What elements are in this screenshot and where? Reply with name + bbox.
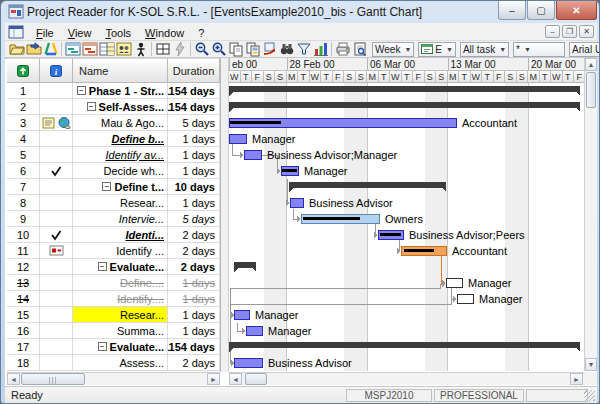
task-bar[interactable] xyxy=(234,310,249,319)
task-name-cell[interactable]: −Evaluate... xyxy=(73,339,168,355)
combo-alltask[interactable]: All task▼ xyxy=(460,42,509,57)
menu-item-window[interactable]: Window xyxy=(138,26,191,40)
scroll-right-button[interactable]: ► xyxy=(207,373,220,385)
task-name-cell[interactable]: Identify av... xyxy=(73,147,168,163)
duration-cell[interactable]: 1 days xyxy=(168,307,220,323)
menu-item-tools[interactable]: Tools xyxy=(98,26,138,40)
resize-grip[interactable] xyxy=(584,390,595,401)
task-name-cell[interactable]: Decide wh... xyxy=(73,163,168,179)
mdi-close-button[interactable]: ✕ xyxy=(579,25,594,38)
row-number[interactable]: 8 xyxy=(7,195,40,211)
menu-item-file[interactable]: File xyxy=(29,26,61,40)
task-bar[interactable] xyxy=(290,198,303,207)
menu-item-view[interactable]: View xyxy=(61,26,99,40)
layout-arrow-button[interactable] xyxy=(261,41,278,57)
combo-e[interactable]: E▼ xyxy=(418,42,456,57)
duration-cell[interactable]: 1154 days xyxy=(168,339,220,355)
duration-cell[interactable]: 1 days xyxy=(168,195,220,211)
scroll-down-button[interactable]: ▼ xyxy=(585,358,597,371)
mdi-minimize-button[interactable]: – xyxy=(545,25,560,38)
combo-week[interactable]: Week▼ xyxy=(372,42,414,57)
gantt-view-button[interactable] xyxy=(64,41,81,57)
row-number[interactable]: 15 xyxy=(7,307,40,323)
app-icon[interactable] xyxy=(8,4,24,19)
indicator-cell[interactable] xyxy=(40,291,73,307)
indicator-cell[interactable] xyxy=(40,163,73,179)
duration-cell[interactable]: 10 days xyxy=(168,179,220,195)
indicator-cell[interactable] xyxy=(40,83,73,99)
scroll-up-button[interactable]: ▲ xyxy=(585,58,597,71)
task-name-cell[interactable]: Resear... xyxy=(73,195,168,211)
scroll-left-button[interactable]: ◄ xyxy=(229,373,242,385)
task-bar[interactable] xyxy=(229,134,246,143)
indicator-cell[interactable] xyxy=(40,147,73,163)
row-number[interactable]: 17 xyxy=(7,339,40,355)
duration-cell[interactable]: 5 days xyxy=(168,115,220,131)
task-bar[interactable] xyxy=(244,150,261,159)
tracking-view-button[interactable] xyxy=(81,41,98,57)
row-number[interactable]: 5 xyxy=(7,147,40,163)
duration-cell[interactable]: 1 days xyxy=(168,147,220,163)
filter-button[interactable] xyxy=(295,41,312,57)
scroll-left-button[interactable]: ◄ xyxy=(7,373,20,385)
task-name-cell[interactable]: −Self-Asses... xyxy=(73,99,168,115)
indicator-cell[interactable] xyxy=(40,355,73,371)
task-name-cell[interactable]: Assess... xyxy=(73,355,168,371)
scroll-right-button[interactable]: ► xyxy=(570,373,583,385)
task-name-cell[interactable]: −Phase 1 - Str... xyxy=(73,83,168,99)
indicator-cell[interactable] xyxy=(40,211,73,227)
summary-bar[interactable] xyxy=(229,342,580,348)
row-number[interactable]: 10 xyxy=(7,227,40,243)
indicator-cell[interactable] xyxy=(40,227,73,243)
zoom-out-button[interactable] xyxy=(193,41,210,57)
row-number[interactable]: 16 xyxy=(7,323,40,339)
row-number[interactable]: 2 xyxy=(7,99,40,115)
duration-cell[interactable]: 1 days xyxy=(168,291,220,307)
indicator-cell[interactable] xyxy=(40,131,73,147)
binoculars-button[interactable] xyxy=(278,41,295,57)
task-name-cell[interactable]: Identify ... xyxy=(73,243,168,259)
print-preview-button[interactable] xyxy=(351,41,368,57)
resource-view-button[interactable] xyxy=(115,41,132,57)
table-horizontal-scrollbar[interactable]: ◄ ► xyxy=(7,372,220,385)
duration-cell[interactable]: 2 days xyxy=(168,259,220,275)
duration-cell[interactable]: 2 days xyxy=(168,227,220,243)
collapse-expander-icon[interactable]: − xyxy=(98,342,107,351)
indicator-cell[interactable] xyxy=(40,115,73,131)
task-bar[interactable] xyxy=(234,358,262,367)
task-name-cell[interactable]: Define.... xyxy=(73,275,168,291)
duration-cell[interactable]: 1154 days xyxy=(168,83,220,99)
maximize-button[interactable]: ▢ xyxy=(527,1,555,20)
close-button[interactable]: ✕ xyxy=(556,1,597,20)
duration-cell[interactable]: 2 days xyxy=(168,243,220,259)
row-number[interactable]: 9 xyxy=(7,211,40,227)
combo-[interactable]: *▼ xyxy=(513,42,565,57)
indicator-cell[interactable] xyxy=(40,307,73,323)
duration-cell[interactable]: 1 days xyxy=(168,131,220,147)
row-number[interactable]: 4 xyxy=(7,131,40,147)
task-name-cell[interactable]: Identi... xyxy=(73,227,168,243)
lightning-button[interactable] xyxy=(171,41,188,57)
indicator-cell[interactable] xyxy=(40,99,73,115)
row-number[interactable]: 11 xyxy=(7,243,40,259)
row-number[interactable]: 13 xyxy=(7,275,40,291)
indicator-cell[interactable] xyxy=(40,179,73,195)
grid-button[interactable] xyxy=(154,41,171,57)
task-bar[interactable] xyxy=(457,294,473,303)
drive-button[interactable] xyxy=(42,41,59,57)
task-bar[interactable] xyxy=(246,326,262,335)
indicator-cell[interactable] xyxy=(40,195,73,211)
table-scroll-thumb[interactable] xyxy=(21,373,85,385)
task-name-cell[interactable]: −Evaluate... xyxy=(73,259,168,275)
copy-picture-button[interactable] xyxy=(244,41,261,57)
table-view-button[interactable] xyxy=(98,41,115,57)
column-header-duration[interactable]: Duration xyxy=(168,58,220,83)
row-number[interactable]: 18 xyxy=(7,355,40,371)
zoom-in-button[interactable] xyxy=(210,41,227,57)
mdi-restore-button[interactable]: ❐ xyxy=(562,25,577,38)
row-number[interactable]: 14 xyxy=(7,291,40,307)
document-window-icon[interactable] xyxy=(8,25,24,39)
row-number[interactable]: 6 xyxy=(7,163,40,179)
menu-item-help[interactable]: ? xyxy=(191,26,211,40)
column-header-number[interactable] xyxy=(7,58,40,83)
